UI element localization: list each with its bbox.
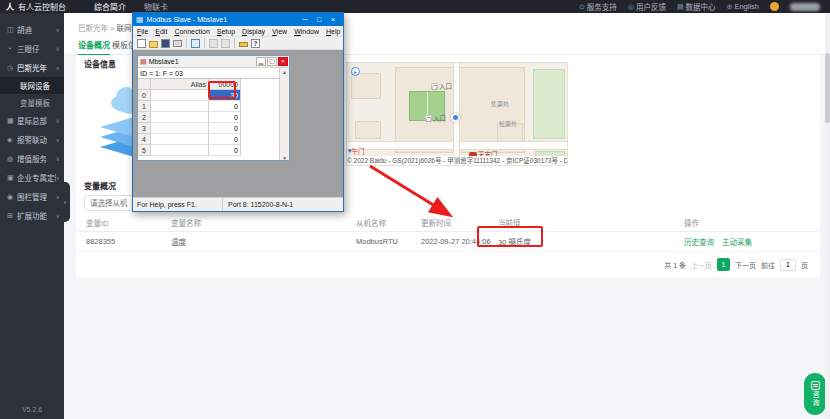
grid-scrollbar[interactable]: ▲ ▼ (279, 68, 289, 161)
sidebar-item-fence-management[interactable]: ◉围栏管理∨ (0, 187, 64, 206)
row-number: 2 (138, 112, 151, 123)
child-window-title: Mbslave1 (149, 58, 255, 65)
value-cell[interactable]: 0 (209, 134, 241, 145)
child-titlebar[interactable]: ▤ Mbslave1 ▁ ▢ × (138, 56, 289, 68)
grid-row[interactable]: 3 0 (138, 123, 289, 134)
fence-icon: ◉ (7, 193, 17, 201)
grid-row[interactable]: 4 0 (138, 134, 289, 145)
next-page-button[interactable]: 下一页 (735, 260, 756, 270)
modbus-titlebar[interactable]: ▦ Modbus Slave - Mbslave1 ─ □ × (133, 13, 343, 26)
total-count: 共 1 条 (664, 260, 686, 270)
display-settings-icon[interactable] (191, 39, 200, 48)
key-icon[interactable] (239, 42, 248, 47)
support-link[interactable]: ⊙服务支持 (579, 1, 617, 12)
feedback-link[interactable]: ◎用户反馈 (628, 1, 666, 12)
scrollbar-thumb[interactable] (825, 53, 830, 123)
grid-row[interactable]: 1 0 (138, 101, 289, 112)
scroll-up-icon[interactable]: ▲ (280, 69, 289, 75)
grid-row[interactable]: 2 0 (138, 112, 289, 123)
sidebar-item-extensions[interactable]: ⊞扩展功能∨ (0, 206, 64, 225)
menu-connection[interactable]: Connection (174, 28, 209, 35)
menu-view[interactable]: View (272, 28, 287, 35)
tab-device-overview[interactable]: 设备概况 (78, 39, 110, 56)
alias-cell[interactable] (151, 123, 209, 134)
disconnect-icon[interactable] (221, 39, 230, 48)
grid-row[interactable]: 5 0 (138, 145, 289, 156)
value-cell[interactable]: 0 (209, 123, 241, 134)
alias-cell[interactable] (151, 134, 209, 145)
sidebar-collapse-handle[interactable]: ‹ (60, 182, 70, 222)
pagination: 共 1 条 上一页 1 下一页 前往 页 (664, 258, 808, 271)
value-cell[interactable]: 0 (209, 145, 241, 156)
sidebar-item-enterprise-custom[interactable]: ▣企业专属定制∨ (0, 168, 64, 187)
menu-file[interactable]: File (137, 28, 148, 35)
menu-setup[interactable]: Setup (217, 28, 235, 35)
page-number-active[interactable]: 1 (717, 258, 730, 271)
new-file-icon[interactable] (137, 39, 146, 48)
variables-table-card: 变量ID 变量名称 从机名称 更新时间 当前值 操作 8828355 温度 Mo… (76, 214, 820, 278)
sidebar-item-star-command[interactable]: ▦星际总部∨ (0, 111, 64, 130)
console-version: V5.2.6 (0, 406, 64, 413)
mbslave1-child-window[interactable]: ▤ Mbslave1 ▁ ▢ × ID = 1: F = 03 Alias 00… (137, 55, 290, 161)
child-minimize-button[interactable]: ▁ (256, 57, 266, 66)
connect-icon[interactable] (209, 39, 218, 48)
breadcrumb-parent[interactable]: 巴斯光年 (78, 24, 108, 33)
sidebar-item-basiguangnian[interactable]: ◷巴斯光年∧ (0, 58, 64, 77)
menu-edit[interactable]: Edit (155, 28, 167, 35)
language-switch[interactable]: ⊕English (727, 2, 759, 11)
maximize-button[interactable]: □ (312, 16, 326, 23)
alias-cell[interactable] (151, 145, 209, 156)
goto-page-input[interactable] (780, 259, 796, 271)
prev-page-button[interactable]: 上一页 (691, 260, 712, 270)
child-close-button[interactable]: × (278, 57, 288, 66)
active-collect-link[interactable]: 主动采集 (722, 236, 752, 247)
sidebar-item-alarm-linkage[interactable]: ◈报警联动∨ (0, 130, 64, 149)
topnav-overview[interactable]: 综合简介 (94, 1, 126, 12)
sidebar-item-sanyanzai[interactable]: ◔三眼仔∨ (0, 39, 64, 58)
map-locate-control[interactable]: ▸ (351, 67, 360, 76)
menu-display[interactable]: Display (242, 28, 265, 35)
status-help-text: For Help, press F1. (133, 198, 223, 211)
device-location-map[interactable]: 门入口 门入口 售票处 检票处 天安门 ▾午门 ▸ © 2022 Baidu -… (346, 62, 568, 166)
alias-cell[interactable] (151, 90, 209, 101)
save-icon[interactable] (161, 39, 170, 48)
modbus-workspace: ▤ Mbslave1 ▁ ▢ × ID = 1: F = 03 Alias 00… (133, 50, 343, 199)
chevron-down-icon: ∨ (56, 26, 60, 33)
table-header-row: 变量ID 变量名称 从机名称 更新时间 当前值 操作 (76, 214, 820, 232)
annotation-box-current-value (477, 226, 543, 247)
open-file-icon[interactable] (149, 41, 158, 48)
consult-float-button[interactable]: 咨询 (804, 373, 826, 415)
username-redacted (790, 3, 820, 11)
sidebar-item-value-added-services[interactable]: ◍增值服务∨ (0, 149, 64, 168)
extensions-icon: ⊞ (7, 212, 17, 220)
avatar[interactable] (770, 2, 779, 11)
minimize-button[interactable]: ─ (298, 16, 312, 23)
device-location-marker[interactable] (451, 113, 460, 122)
alias-cell[interactable] (151, 101, 209, 112)
scroll-down-icon[interactable]: ▼ (280, 155, 289, 161)
alias-column-header[interactable]: Alias (151, 79, 209, 90)
sidebar-item-hudi[interactable]: ◫胡迪∨ (0, 20, 64, 39)
menu-help[interactable]: Help (326, 28, 340, 35)
history-query-link[interactable]: 历史查询 (684, 236, 714, 247)
alias-cell[interactable] (151, 112, 209, 123)
value-cell[interactable]: 0 (209, 112, 241, 123)
value-cell[interactable]: 0 (209, 101, 241, 112)
topbar: 人 有人云控制台 综合简介 物联卡 ⊙服务支持 ◎用户反馈 ▤数据中心 ⊕Eng… (0, 0, 830, 13)
row-number: 1 (138, 101, 151, 112)
child-maximize-button[interactable]: ▢ (267, 57, 277, 66)
sidebar-subitem-variable-templates[interactable]: 变量模板 (0, 94, 64, 111)
data-center-icon: ▤ (677, 3, 684, 11)
data-center-link[interactable]: ▤数据中心 (677, 1, 716, 12)
menu-window[interactable]: Window (294, 28, 319, 35)
context-help-icon[interactable]: ? (251, 39, 260, 48)
table-row: 8828355 温度 ModbusRTU 2022-09-27 20:44:06… (76, 232, 820, 252)
section-variable-overview: 变量概况 (84, 180, 116, 191)
page-scrollbar[interactable] (825, 13, 830, 419)
sidebar-subitem-networked-devices[interactable]: 联网设备 (0, 77, 64, 94)
modbus-slave-window[interactable]: ▦ Modbus Slave - Mbslave1 ─ □ × File Edi… (132, 12, 344, 212)
topnav-iot-card[interactable]: 物联卡 (144, 1, 168, 12)
print-icon[interactable] (173, 40, 182, 47)
col-slave-name: 从机名称 (356, 217, 421, 228)
close-button[interactable]: × (326, 16, 340, 23)
